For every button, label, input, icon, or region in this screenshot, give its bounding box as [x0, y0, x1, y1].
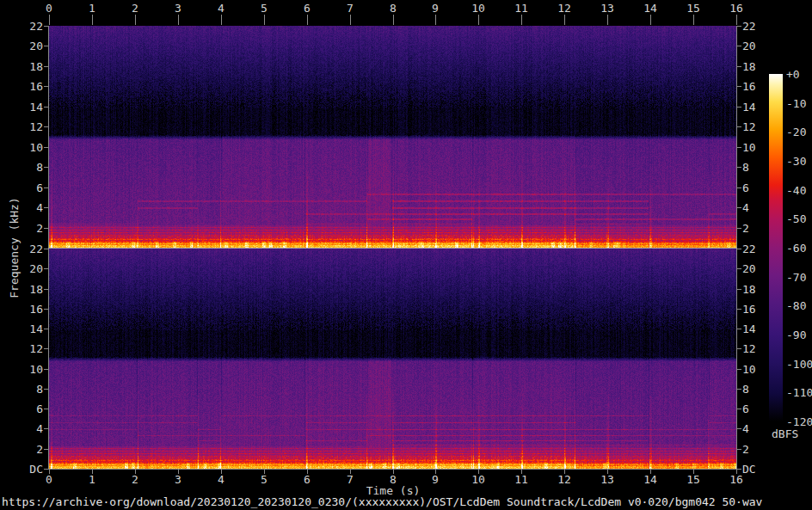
freq-tick-label-left: 18 [29, 61, 43, 72]
freq-tick-left [44, 86, 48, 87]
freq-tick-label-left: 20 [29, 263, 43, 274]
freq-tick-right [737, 329, 741, 329]
colorbar-tick-label: -120 [786, 416, 812, 427]
colorbar-tick-label: -40 [786, 184, 806, 195]
time-tick-top [693, 15, 694, 25]
freq-tick-label-right: 16 [742, 304, 756, 315]
time-tick-top [221, 15, 222, 25]
time-tick-label-bottom: 10 [471, 474, 485, 485]
freq-tick-right [737, 147, 741, 148]
freq-tick-label-right: 4 [742, 202, 749, 213]
freq-tick-left [44, 207, 48, 208]
freq-tick-left [44, 289, 48, 290]
freq-tick-left [44, 46, 48, 46]
time-tick-label-top: 16 [729, 3, 743, 14]
time-tick-label-bottom: 7 [347, 474, 354, 485]
freq-tick-right [737, 46, 741, 46]
time-tick-label-bottom: 8 [390, 474, 397, 485]
time-tick-label-bottom: 16 [729, 474, 743, 485]
freq-tick-label-right: 16 [742, 81, 756, 92]
time-tick-label-bottom: 0 [46, 474, 52, 485]
freq-tick-right [737, 26, 741, 27]
time-tick-label-top: 5 [261, 3, 268, 14]
freq-tick-label-left: 6 [36, 403, 43, 415]
colorbar [769, 74, 783, 421]
time-tick-label-bottom: 13 [600, 474, 614, 485]
freq-tick-left [44, 409, 48, 409]
time-tick-label-bottom: 14 [643, 474, 657, 485]
time-tick-label-top: 13 [600, 3, 614, 14]
freq-tick-right [737, 389, 741, 390]
time-tick-label-bottom: 9 [432, 474, 439, 485]
freq-tick-right [737, 66, 741, 67]
freq-tick-label-right: 18 [742, 284, 756, 295]
spectrogram-channel-1 [49, 26, 736, 248]
time-tick-label-top: 0 [46, 3, 52, 14]
time-tick-top [521, 15, 522, 25]
spectrogram-figure: dBFS Time (s) Frequency (kHz) https://ar… [0, 0, 812, 510]
time-tick-label-bottom: 12 [557, 474, 571, 485]
time-tick-top [478, 15, 479, 25]
freq-tick-right [737, 228, 741, 229]
time-tick-label-top: 12 [557, 3, 571, 14]
freq-tick-label-left: 4 [36, 202, 43, 213]
freq-tick-left [44, 369, 48, 370]
freq-tick-right [737, 107, 741, 108]
freq-tick-left [44, 329, 48, 329]
freq-tick-right [737, 187, 741, 188]
freq-tick-label-left: 20 [29, 40, 43, 52]
freq-tick-label-left: 14 [29, 323, 43, 335]
time-tick-top [135, 15, 136, 25]
freq-tick-left [44, 389, 48, 390]
time-tick-label-bottom: 15 [686, 474, 700, 485]
colorbar-tick-label: -80 [786, 300, 806, 311]
time-tick-label-top: 1 [89, 3, 95, 14]
freq-tick-label-right: 12 [742, 343, 756, 354]
freq-tick-label-right: 6 [742, 182, 749, 194]
spectrogram-channel-2 [49, 249, 736, 469]
freq-tick-right [737, 249, 741, 249]
time-tick-top [435, 15, 436, 25]
time-tick-label-bottom: 1 [89, 474, 95, 485]
freq-tick-label-right: 4 [742, 423, 749, 434]
time-tick-top [650, 15, 651, 25]
freq-tick-label-left: 4 [36, 423, 43, 434]
freq-tick-label-left: 16 [29, 81, 43, 92]
freq-tick-left [44, 167, 48, 168]
time-tick-top [49, 15, 50, 25]
freq-tick-right [737, 86, 741, 87]
y-axis-title: Frequency (kHz) [9, 197, 20, 298]
freq-tick-right [737, 126, 741, 127]
time-tick-label-top: 4 [218, 3, 225, 14]
freq-tick-left [44, 126, 48, 127]
time-tick-label-top: 8 [390, 3, 397, 14]
freq-tick-label-left: 16 [29, 304, 43, 315]
freq-tick-right [737, 348, 741, 349]
freq-tick-label-right: 6 [742, 403, 749, 415]
freq-tick-label-right: 10 [742, 142, 756, 153]
freq-tick-label-right: 2 [742, 223, 749, 234]
channel-separator-line [48, 248, 737, 249]
freq-tick-right [737, 369, 741, 370]
freq-tick-right [737, 268, 741, 269]
freq-tick-label-left: 12 [29, 121, 43, 132]
freq-tick-label-right: 10 [742, 364, 756, 375]
time-tick-label-bottom: 3 [175, 474, 181, 485]
time-tick-label-top: 6 [304, 3, 311, 14]
time-tick-label-top: 10 [471, 3, 485, 14]
time-tick-top [564, 15, 565, 25]
freq-tick-label-left: 10 [29, 142, 43, 153]
freq-tick-right [737, 469, 741, 470]
freq-tick-left [44, 228, 48, 229]
freq-tick-left [44, 428, 48, 429]
time-tick-label-top: 3 [175, 3, 181, 14]
freq-tick-label-left: DC [29, 464, 43, 475]
colorbar-tick-label: -90 [786, 329, 806, 341]
freq-tick-right [737, 289, 741, 290]
colorbar-tick-label: -50 [786, 213, 806, 224]
time-tick-label-top: 7 [347, 3, 354, 14]
freq-tick-left [44, 249, 48, 249]
freq-tick-label-right: DC [742, 464, 756, 475]
colorbar-tick-label: -110 [786, 387, 812, 398]
colorbar-tick-label: -100 [786, 358, 812, 369]
